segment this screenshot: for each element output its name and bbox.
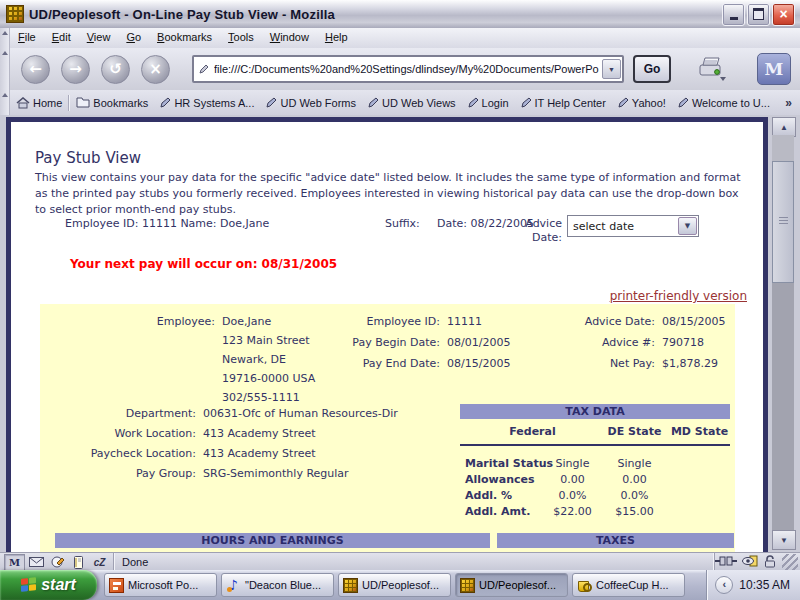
mozilla-logo[interactable]: M: [757, 53, 791, 85]
minimize-button[interactable]: [722, 3, 745, 26]
toolbar-grabber[interactable]: [0, 28, 10, 48]
bookmark-login[interactable]: Login: [462, 90, 515, 115]
navigation-toolbar: ← → ↺ × ▼ Go M: [0, 48, 800, 91]
resize-grip[interactable]: [782, 554, 798, 570]
bookmark-icon: [368, 97, 379, 108]
tax-cell: $15.00: [602, 505, 667, 518]
select-value: select date: [568, 220, 678, 233]
start-button[interactable]: start: [0, 570, 97, 600]
address-line: 302/555-1111: [222, 391, 300, 404]
status-right-icons: [714, 553, 800, 571]
field-label: Department:: [40, 407, 196, 420]
url-bar: ▼: [192, 55, 624, 83]
taxes-header: TAXES: [497, 533, 734, 548]
bookmark-icon: [266, 97, 277, 108]
tax-cell: $22.00: [540, 505, 605, 518]
bookmark-yahoo[interactable]: Yahoo!: [612, 90, 672, 115]
bookmark-label: HR Systems A...: [174, 97, 254, 109]
bookmark-hr-systems[interactable]: HR Systems A...: [154, 90, 260, 115]
task-ud-peoplesoft-1[interactable]: UD/Peoplesof...: [338, 573, 451, 597]
bookmark-icon: [521, 97, 532, 108]
task-label: UD/Peoplesof...: [362, 579, 439, 591]
scrollbar-track[interactable]: [772, 135, 794, 161]
field-value: 11111: [447, 315, 482, 328]
bookmark-welcome[interactable]: Welcome to U...: [672, 90, 776, 115]
bookmark-label: Bookmarks: [93, 97, 148, 109]
menu-view[interactable]: View: [79, 28, 119, 48]
field-value: $1,878.29: [662, 357, 718, 370]
chatzilla-icon[interactable]: cZ: [90, 555, 109, 570]
task-ud-peoplesoft-2-active[interactable]: UD/Peoplesof...: [455, 573, 568, 597]
menu-window[interactable]: Window: [262, 28, 317, 48]
browser-window: UD/Peoplesoft - On-Line Pay Stub View - …: [0, 0, 800, 600]
bookmark-label: UD Web Views: [382, 97, 456, 109]
address-line: 19716-0000 USA: [222, 372, 315, 385]
security-lock-icon[interactable]: [763, 555, 777, 570]
next-pay-notice: Your next pay will occur on: 08/31/2005: [70, 257, 337, 271]
menu-file[interactable]: File: [10, 28, 44, 48]
scroll-down-button[interactable]: ▼: [772, 530, 796, 550]
bookmark-ud-web-views[interactable]: UD Web Views: [362, 90, 462, 115]
back-button[interactable]: ←: [21, 55, 50, 84]
field-label: Net Pay:: [505, 357, 655, 370]
statusbar: M cZ Done: [0, 552, 800, 571]
toolbar-grabber[interactable]: [0, 48, 10, 90]
task-deacon-blue[interactable]: ♪ "Deacon Blue...: [221, 573, 334, 597]
bookmark-it-help-center[interactable]: IT Help Center: [515, 90, 612, 115]
forward-button[interactable]: →: [61, 55, 90, 84]
mail-icon[interactable]: [27, 555, 46, 570]
advice-date-select[interactable]: select date ▼: [567, 215, 699, 237]
vertical-scrollbar[interactable]: ▲ ▼: [772, 117, 794, 550]
mozilla-window-icon: [343, 578, 358, 593]
folder-icon: [76, 97, 90, 108]
tray-chevron-button[interactable]: ‹: [715, 576, 733, 594]
menubar: File Edit View Go Bookmarks Tools Window…: [0, 28, 800, 49]
scrollbar-thumb[interactable]: [772, 161, 794, 283]
tax-cell: 0.0%: [602, 489, 667, 502]
bookmark-icon: [468, 97, 479, 108]
tax-column-header: MD State: [662, 425, 737, 438]
printer-friendly-link[interactable]: printer-friendly version: [610, 289, 747, 303]
close-button[interactable]: ×: [772, 3, 795, 26]
employee-label: Employee:: [40, 315, 215, 328]
scroll-up-button[interactable]: ▲: [772, 117, 796, 137]
toolbar-grabber[interactable]: [0, 90, 10, 115]
offline-plug-icon[interactable]: [715, 556, 737, 568]
suffix-label: Suffix:: [385, 217, 420, 230]
task-powerpoint[interactable]: Microsoft Po...: [104, 573, 217, 597]
stop-button[interactable]: ×: [141, 55, 170, 84]
navigator-icon[interactable]: M: [4, 554, 25, 571]
go-button[interactable]: Go: [633, 55, 671, 83]
reload-button[interactable]: ↺: [101, 55, 130, 84]
bookmark-label: UD Web Forms: [280, 97, 356, 109]
menu-go[interactable]: Go: [118, 28, 149, 48]
url-input[interactable]: [212, 62, 602, 76]
page-description: This view contains your pay data for the…: [35, 170, 743, 218]
menu-help[interactable]: Help: [317, 28, 356, 48]
tax-row-label: Addl. Amt.: [465, 505, 530, 518]
tax-cell: Single: [540, 457, 605, 470]
component-bar: M cZ: [0, 553, 114, 571]
popup-blocker-icon[interactable]: [742, 555, 758, 569]
chevron-down-icon[interactable]: ▼: [678, 217, 697, 235]
print-button[interactable]: [693, 55, 727, 83]
menu-bookmarks[interactable]: Bookmarks: [149, 28, 220, 48]
task-label: Microsoft Po...: [128, 579, 198, 591]
menu-edit[interactable]: Edit: [44, 28, 79, 48]
task-label: CoffeeCup H...: [596, 579, 669, 591]
restore-button[interactable]: [747, 3, 770, 26]
page-title: Pay Stub View: [35, 149, 141, 167]
bookmark-home[interactable]: Home: [10, 90, 68, 115]
tax-row-label: Allowances: [465, 473, 535, 486]
url-dropdown-button[interactable]: ▼: [602, 59, 621, 79]
menu-tools[interactable]: Tools: [220, 28, 262, 48]
composer-icon[interactable]: [48, 555, 67, 570]
task-coffeecup[interactable]: CoffeeCup H...: [572, 573, 685, 597]
bookmarks-folder[interactable]: Bookmarks: [70, 90, 154, 115]
field-label: Pay Begin Date:: [290, 336, 440, 349]
bookmarks-overflow-chevron[interactable]: »: [777, 96, 800, 110]
address-book-icon[interactable]: [69, 555, 88, 570]
bookmark-ud-web-forms[interactable]: UD Web Forms: [260, 90, 362, 115]
tax-column-header: Federal: [460, 425, 605, 438]
divider: [460, 444, 730, 446]
